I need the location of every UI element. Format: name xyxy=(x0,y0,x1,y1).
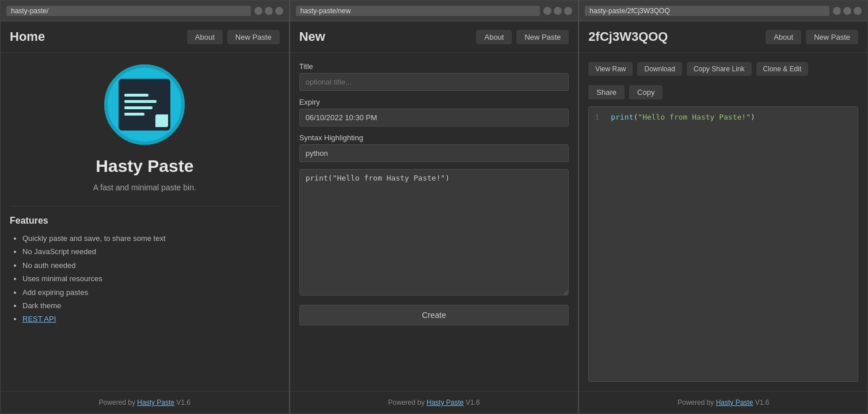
logo-line-2 xyxy=(124,100,157,103)
footer-home: Powered by Hasty Paste V1.6 xyxy=(1,391,289,413)
nav-home: Home About New Paste xyxy=(1,21,289,53)
titlebar-buttons-view xyxy=(833,7,862,15)
logo-line-1 xyxy=(124,94,149,97)
titlebar-view: hasty-paste/2fCj3W3QOQ xyxy=(579,1,867,21)
page-title-new: New xyxy=(299,29,325,44)
window-home: hasty-paste/ Home About New Paste Hasty … xyxy=(0,0,290,414)
code-content: print("Hello from Hasty Paste!") xyxy=(611,113,755,121)
footer-link-home[interactable]: Hasty Paste xyxy=(137,398,174,407)
home-content: Hasty Paste A fast and minimal paste bin… xyxy=(1,53,289,391)
window-view: hasty-paste/2fCj3W3QOQ 2fCj3W3QOQ About … xyxy=(578,0,868,414)
titlebar-btn-3 xyxy=(275,7,283,15)
list-item: Dark theme xyxy=(22,299,280,312)
features-list: Quickly paste and save, to share some te… xyxy=(10,232,280,326)
url-bar-new: hasty-paste/new xyxy=(296,6,540,16)
share-button[interactable]: Share xyxy=(588,85,625,99)
code-line-1: 1 print("Hello from Hasty Paste!") xyxy=(595,113,852,121)
nav-view: 2fCj3W3QOQ About New Paste xyxy=(579,21,867,53)
list-item: No auth needed xyxy=(22,259,280,272)
titlebar-btn-1 xyxy=(254,7,262,15)
content-textarea[interactable]: print("Hello from Hasty Paste!") xyxy=(299,169,569,296)
code-area: 1 print("Hello from Hasty Paste!") xyxy=(588,106,858,382)
titlebar-btn-5 xyxy=(554,7,562,15)
footer-powered-new: Powered by xyxy=(388,398,427,407)
window-new: hasty-paste/new New About New Paste Titl… xyxy=(290,0,579,414)
share-copy-area: Share Copy xyxy=(588,85,858,99)
footer-view: Powered by Hasty Paste V1.6 xyxy=(579,391,867,413)
new-content: Title Expiry Syntax Highlighting print("… xyxy=(290,53,578,391)
logo-inner xyxy=(119,79,170,131)
logo-line-3 xyxy=(124,106,153,109)
nav-buttons-view: About New Paste xyxy=(766,30,858,44)
code-keyword: print xyxy=(611,113,633,121)
syntax-input[interactable] xyxy=(299,144,569,162)
footer-version-home: V1.6 xyxy=(174,398,191,407)
url-bar-home: hasty-paste/ xyxy=(6,6,251,16)
download-button[interactable]: Download xyxy=(637,62,682,76)
logo-circle xyxy=(104,64,185,145)
app-title: Hasty Paste xyxy=(96,156,193,176)
about-button-view[interactable]: About xyxy=(766,30,801,44)
footer-powered-home: Powered by xyxy=(99,398,138,407)
clone-edit-button[interactable]: Clone & Edit xyxy=(756,62,809,76)
titlebar-buttons-home xyxy=(254,7,283,15)
logo-corner xyxy=(155,114,168,127)
app-subtitle: A fast and minimal paste bin. xyxy=(93,183,196,192)
copy-share-button[interactable]: Copy Share Link xyxy=(687,62,752,76)
line-number: 1 xyxy=(595,113,604,121)
new-paste-button-home[interactable]: New Paste xyxy=(227,30,280,44)
footer-link-new[interactable]: Hasty Paste xyxy=(427,398,464,407)
titlebar-btn-2 xyxy=(265,7,273,15)
footer-new: Powered by Hasty Paste V1.6 xyxy=(290,391,578,413)
footer-version-new: V1.6 xyxy=(464,398,480,407)
code-string: "Hello from Hasty Paste!" xyxy=(638,113,751,121)
nav-buttons-new: About New Paste xyxy=(476,30,569,44)
features-heading: Features xyxy=(10,216,280,226)
nav-new: New About New Paste xyxy=(290,21,578,53)
title-field-group: Title xyxy=(299,62,569,91)
titlebar-btn-4 xyxy=(543,7,551,15)
about-button-home[interactable]: About xyxy=(187,30,223,44)
list-item: No JavaScript needed xyxy=(22,245,280,258)
syntax-label: Syntax Highlighting xyxy=(299,133,569,142)
expiry-input[interactable] xyxy=(299,109,569,126)
new-paste-button-new[interactable]: New Paste xyxy=(516,30,569,44)
content-field-group: print("Hello from Hasty Paste!") xyxy=(299,169,569,298)
copy-button[interactable]: Copy xyxy=(629,85,663,99)
list-item: Add expiring pastes xyxy=(22,286,280,299)
titlebar-buttons-new xyxy=(543,7,572,15)
footer-powered-view: Powered by xyxy=(677,398,716,407)
expiry-field-group: Expiry xyxy=(299,98,569,126)
list-item: Uses minimal resources xyxy=(22,272,280,285)
code-paren-close: ) xyxy=(751,113,755,121)
titlebar-home: hasty-paste/ xyxy=(1,1,289,21)
page-title-home: Home xyxy=(10,29,45,44)
title-label: Title xyxy=(299,62,569,71)
syntax-field-group: Syntax Highlighting xyxy=(299,133,569,162)
titlebar-btn-9 xyxy=(854,7,862,15)
titlebar-btn-8 xyxy=(843,7,851,15)
url-bar-view: hasty-paste/2fCj3W3QOQ xyxy=(585,6,829,16)
logo-line-4 xyxy=(124,113,144,116)
list-item: Quickly paste and save, to share some te… xyxy=(22,232,280,245)
view-raw-button[interactable]: View Raw xyxy=(588,62,633,76)
expiry-label: Expiry xyxy=(299,98,569,106)
rest-api-link[interactable]: REST API xyxy=(22,315,56,323)
features-section: Features Quickly paste and save, to shar… xyxy=(10,206,280,326)
create-button[interactable]: Create xyxy=(299,305,569,325)
titlebar-btn-7 xyxy=(833,7,841,15)
footer-link-view[interactable]: Hasty Paste xyxy=(716,398,753,407)
nav-buttons-home: About New Paste xyxy=(187,30,280,44)
about-button-new[interactable]: About xyxy=(476,30,512,44)
list-item: REST API xyxy=(22,312,280,325)
view-content: View Raw Download Copy Share Link Clone … xyxy=(579,53,867,391)
titlebar-btn-6 xyxy=(564,7,572,15)
new-paste-button-view[interactable]: New Paste xyxy=(806,30,858,44)
view-actions: View Raw Download Copy Share Link Clone … xyxy=(588,62,858,76)
footer-version-view: V1.6 xyxy=(753,398,769,407)
titlebar-new: hasty-paste/new xyxy=(290,1,578,21)
title-input[interactable] xyxy=(299,73,569,91)
page-title-view: 2fCj3W3QOQ xyxy=(588,29,668,44)
